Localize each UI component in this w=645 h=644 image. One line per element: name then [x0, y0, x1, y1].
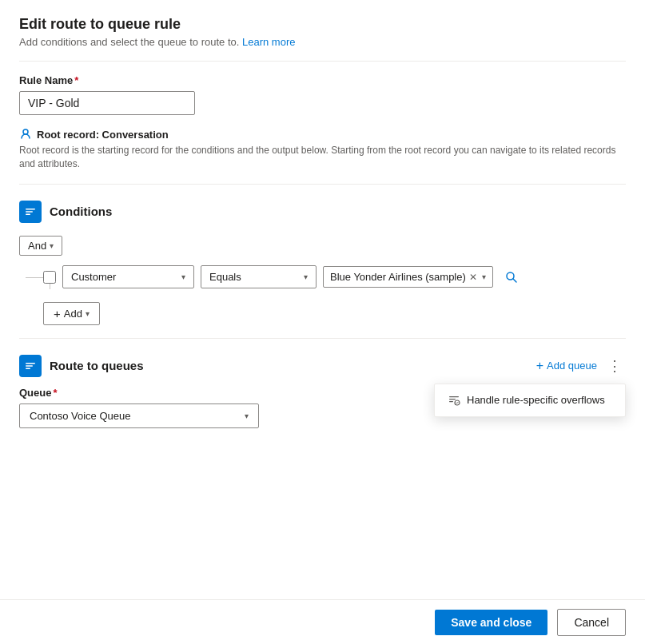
root-record-icon — [19, 128, 32, 141]
divider-1 — [19, 61, 626, 62]
value-chevron-icon: ▾ — [482, 272, 486, 281]
add-queue-button[interactable]: + Add queue — [536, 359, 597, 373]
add-condition-button[interactable]: + Add ▾ — [43, 302, 100, 325]
more-options-button[interactable]: ⋮ — [603, 355, 626, 377]
route-icon — [19, 355, 42, 377]
footer-bar: Save and close Cancel — [0, 599, 645, 644]
conditions-icon — [19, 201, 42, 223]
root-record-description: Root record is the starting record for t… — [19, 144, 626, 171]
operator-chevron-icon: ▾ — [304, 272, 308, 281]
learn-more-link[interactable]: Learn more — [242, 36, 295, 48]
queue-chevron-icon: ▾ — [245, 411, 249, 420]
rule-name-label: Rule Name* — [19, 74, 626, 86]
divider-2 — [19, 184, 626, 185]
save-and-close-button[interactable]: Save and close — [435, 610, 547, 635]
root-record-header: Root record: Conversation — [19, 128, 626, 141]
conditions-title: Conditions — [50, 205, 112, 218]
rule-name-field: Rule Name* — [19, 74, 626, 115]
svg-rect-8 — [26, 368, 30, 369]
svg-rect-7 — [26, 365, 33, 367]
svg-rect-11 — [449, 401, 453, 402]
root-record-label: Root record: Conversation — [37, 129, 169, 141]
queue-dropdown[interactable]: Contoso Voice Queue ▾ — [19, 403, 259, 428]
route-section-header: Route to queues + Add queue ⋮ — [19, 355, 626, 377]
conditions-section-header: Conditions — [19, 201, 626, 223]
overflow-icon — [448, 394, 460, 407]
overflow-dropdown-menu: Handle rule-specific overflows — [434, 384, 626, 417]
value-tag: Blue Yonder Airlines (sample) ✕ — [330, 271, 477, 283]
rule-name-input[interactable] — [19, 91, 195, 115]
value-tag-close-icon[interactable]: ✕ — [469, 272, 477, 283]
condition-row: Customer ▾ Equals ▾ Blue Yonder Airlines… — [43, 265, 626, 289]
page-title: Edit route to queue rule — [19, 16, 626, 33]
add-icon: + — [54, 307, 61, 320]
route-section-title: Route to queues — [50, 359, 144, 372]
handle-overflows-menu-item[interactable]: Handle rule-specific overflows — [435, 388, 625, 413]
field-dropdown[interactable]: Customer ▾ — [62, 265, 194, 288]
route-section-actions: + Add queue ⋮ Ha — [536, 355, 626, 377]
root-record-section: Root record: Conversation Root record is… — [19, 128, 626, 171]
value-search-button[interactable] — [500, 265, 524, 289]
condition-horizontal-line — [26, 277, 43, 278]
and-dropdown[interactable]: And ▾ — [19, 236, 62, 256]
operator-dropdown[interactable]: Equals ▾ — [201, 265, 317, 288]
and-chevron-icon: ▾ — [50, 241, 54, 250]
value-field[interactable]: Blue Yonder Airlines (sample) ✕ ▾ — [323, 266, 493, 288]
condition-checkbox[interactable] — [43, 271, 56, 284]
add-queue-plus-icon: + — [536, 359, 543, 373]
svg-point-0 — [23, 129, 28, 134]
route-section-left: Route to queues — [19, 355, 144, 377]
svg-rect-3 — [26, 213, 30, 215]
svg-line-5 — [513, 278, 516, 281]
conditions-section: Conditions And ▾ Customer ▾ Equals ▾ — [19, 201, 626, 339]
add-chevron-icon: ▾ — [86, 309, 90, 318]
route-to-queues-section: Route to queues + Add queue ⋮ — [19, 355, 626, 428]
svg-rect-2 — [26, 211, 33, 213]
cancel-button[interactable]: Cancel — [557, 609, 626, 636]
field-chevron-icon: ▾ — [181, 272, 185, 281]
svg-rect-10 — [449, 399, 456, 400]
page-subtitle: Add conditions and select the queue to r… — [19, 36, 626, 48]
svg-rect-9 — [449, 396, 459, 397]
route-actions-group: + Add queue ⋮ — [536, 355, 626, 377]
svg-rect-1 — [26, 209, 35, 210]
svg-rect-6 — [26, 363, 35, 364]
